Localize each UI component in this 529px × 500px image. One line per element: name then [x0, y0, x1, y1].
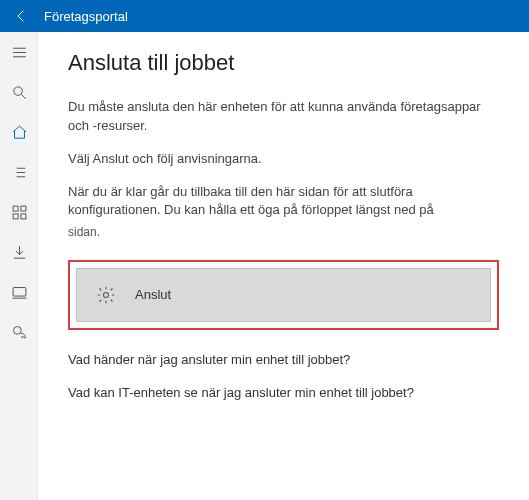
titlebar: Företagsportal — [0, 0, 529, 32]
support-nav-button[interactable] — [0, 312, 38, 352]
nav-rail — [0, 32, 38, 500]
svg-rect-3 — [13, 213, 18, 218]
svg-rect-5 — [13, 287, 26, 296]
back-button[interactable] — [0, 0, 44, 32]
list-nav-button[interactable] — [0, 152, 38, 192]
svg-point-6 — [13, 326, 21, 334]
highlight-annotation: Anslut — [68, 260, 499, 330]
downloads-nav-button[interactable] — [0, 232, 38, 272]
search-button[interactable] — [0, 72, 38, 112]
intro-paragraph-2: Välj Anslut och följ anvisningarna. — [68, 150, 499, 169]
home-nav-button[interactable] — [0, 112, 38, 152]
svg-rect-1 — [13, 206, 18, 211]
devices-nav-button[interactable] — [0, 272, 38, 312]
intro-paragraph-3-trail: sidan. — [68, 224, 499, 241]
svg-point-7 — [104, 292, 109, 297]
faq-link-2[interactable]: Vad kan IT-enheten se när jag ansluter m… — [68, 385, 499, 400]
intro-paragraph-3: När du är klar går du tillbaka till den … — [68, 183, 499, 221]
connect-button[interactable]: Anslut — [76, 268, 491, 322]
connect-button-label: Anslut — [135, 287, 171, 302]
svg-point-0 — [13, 86, 21, 95]
svg-rect-2 — [20, 206, 25, 211]
faq-link-1[interactable]: Vad händer när jag ansluter min enhet ti… — [68, 352, 499, 367]
shell: Ansluta till jobbet Du måste ansluta den… — [0, 32, 529, 500]
apps-nav-button[interactable] — [0, 192, 38, 232]
main-content: Ansluta till jobbet Du måste ansluta den… — [38, 32, 529, 500]
gear-icon — [77, 285, 135, 305]
app-title: Företagsportal — [44, 9, 128, 24]
intro-paragraph-1: Du måste ansluta den här enheten för att… — [68, 98, 499, 136]
hamburger-menu-button[interactable] — [0, 32, 38, 72]
page-heading: Ansluta till jobbet — [68, 50, 499, 76]
svg-rect-4 — [20, 213, 25, 218]
